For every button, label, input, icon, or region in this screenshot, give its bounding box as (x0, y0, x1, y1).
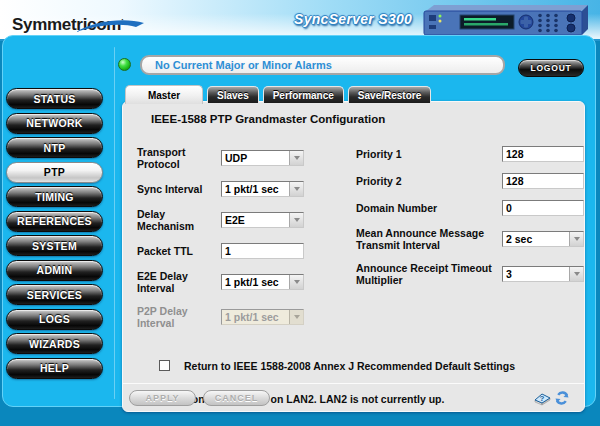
field-label: Domain Number (356, 202, 502, 214)
sidebar-item-wizards[interactable]: WIZARDS (6, 333, 103, 354)
form-column-left: Transport Protocol UDP Sync Interval 1 p… (137, 146, 320, 341)
field-priority-1: Priority 1 128 (356, 146, 584, 162)
field-value: 1 pkt/1 sec (222, 310, 289, 324)
field-value: 1 pkt/1 sec (222, 275, 289, 289)
svg-text:?: ? (540, 394, 545, 403)
dropdown-arrow-icon[interactable] (289, 151, 303, 165)
annex-j-default-checkbox[interactable] (159, 360, 170, 371)
annex-j-default-row: Return to IEEE 1588-2008 Annex J Recomme… (159, 360, 584, 372)
field-packet-ttl: Packet TTL 1 (137, 243, 320, 259)
footer-icons: ? (534, 390, 570, 406)
field-label: E2E Delay Interval (137, 270, 221, 294)
field-value: 2 sec (503, 232, 569, 246)
field-announce-receipt-timeout-multiplier: Announce Receipt Timeout Multiplier 3 (356, 262, 584, 286)
page-title: IEEE-1588 PTP Grandmaster Configuration (151, 113, 584, 125)
field-p2p-delay-interval: P2P Delay Interval 1 pkt/1 sec (137, 305, 320, 329)
sidebar-item-admin[interactable]: ADMIN (6, 260, 103, 281)
dropdown-arrow-icon[interactable] (289, 182, 303, 196)
field-label: Transport Protocol (137, 146, 221, 170)
field-transport-protocol: Transport Protocol UDP (137, 146, 320, 170)
sidebar-item-ntp[interactable]: NTP (6, 137, 103, 158)
field-control[interactable]: 1 pkt/1 sec (221, 274, 304, 290)
field-value: 1 pkt/1 sec (222, 182, 289, 196)
field-value: 128 (503, 147, 583, 161)
device-image (422, 2, 590, 37)
logout-button[interactable]: LOGOUT (518, 59, 584, 77)
sidebar-item-references[interactable]: REFERENCES (6, 211, 103, 232)
apply-button[interactable]: APPLY (129, 390, 196, 406)
field-control[interactable]: E2E (221, 212, 304, 228)
sidebar-item-status[interactable]: STATUS (6, 88, 103, 109)
refresh-icon[interactable] (554, 390, 570, 406)
field-label: Delay Mechanism (137, 208, 221, 232)
sidebar-item-network[interactable]: NETWORK (6, 113, 103, 134)
field-control[interactable]: 1 pkt/1 sec (221, 309, 304, 325)
alarm-status-led (118, 58, 131, 71)
field-control[interactable]: 3 (502, 266, 584, 282)
sidebar-nav: STATUS NETWORK NTP PTP TIMING REFERENCES (6, 88, 106, 382)
tab-bar: Master Slaves Performance Save/Restore (125, 85, 431, 104)
field-sync-interval: Sync Interval 1 pkt/1 sec (137, 181, 320, 197)
field-domain-number: Domain Number 0 (356, 200, 584, 216)
dropdown-arrow-icon[interactable] (289, 213, 303, 227)
form-column-right: Priority 1 128 Priority 2 128 (356, 146, 584, 341)
field-label: Announce Receipt Timeout Multiplier (356, 262, 502, 286)
sidebar-divider (114, 47, 115, 399)
sidebar-item-help[interactable]: HELP (6, 358, 103, 379)
alarm-text: No Current Major or Minor Alarms (155, 59, 332, 71)
field-control[interactable]: 128 (502, 146, 584, 162)
sidebar-item-ptp[interactable]: PTP (6, 162, 103, 183)
field-value: 3 (503, 267, 569, 281)
dropdown-arrow-icon[interactable] (289, 275, 303, 289)
field-value: 1 (222, 244, 303, 258)
field-label: P2P Delay Interval (137, 305, 221, 329)
field-control[interactable]: UDP (221, 150, 304, 166)
content-panel: IEEE-1588 PTP Grandmaster Configuration … (122, 101, 585, 412)
logo-swoosh-icon (76, 18, 148, 33)
tab-master[interactable]: Master (125, 85, 203, 104)
field-mean-announce-transmit-interval: Mean Announce Message Transmit Interval … (356, 227, 584, 251)
field-label: Mean Announce Message Transmit Interval (356, 227, 502, 251)
dropdown-arrow-icon[interactable] (289, 310, 303, 324)
field-value: E2E (222, 213, 289, 227)
sidebar-item-logs[interactable]: LOGS (6, 309, 103, 330)
cancel-button[interactable]: CANCEL (203, 390, 270, 406)
field-value: 128 (503, 174, 583, 188)
field-control[interactable]: 1 pkt/1 sec (221, 181, 304, 197)
field-priority-2: Priority 2 128 (356, 173, 584, 189)
field-control[interactable]: 2 sec (502, 231, 584, 247)
tab-save-restore[interactable]: Save/Restore (348, 86, 431, 103)
field-control[interactable]: 1 (221, 243, 304, 259)
panel-footer: APPLY CANCEL ? (123, 383, 584, 411)
dropdown-arrow-icon[interactable] (569, 267, 583, 281)
help-icon[interactable]: ? (534, 390, 551, 406)
field-label: Priority 2 (356, 175, 502, 187)
dropdown-arrow-icon[interactable] (569, 232, 583, 246)
syncserver-web-ui: Symmetricom· SyncServer S300 (0, 0, 600, 426)
field-control[interactable]: 128 (502, 173, 584, 189)
tab-slaves[interactable]: Slaves (207, 86, 259, 103)
field-label: Packet TTL (137, 245, 221, 257)
field-value: UDP (222, 151, 289, 165)
alarm-status-message: No Current Major or Minor Alarms (140, 55, 505, 75)
ptp-config-form: Transport Protocol UDP Sync Interval 1 p… (137, 146, 584, 341)
annex-j-default-label: Return to IEEE 1588-2008 Annex J Recomme… (184, 360, 515, 372)
field-control[interactable]: 0 (502, 200, 584, 216)
field-label: Sync Interval (137, 183, 221, 195)
tab-performance[interactable]: Performance (263, 86, 344, 103)
sidebar-item-services[interactable]: SERVICES (6, 284, 103, 305)
sidebar-item-timing[interactable]: TIMING (6, 186, 103, 207)
brand-logo: Symmetricom· (12, 15, 124, 35)
field-delay-mechanism: Delay Mechanism E2E (137, 208, 320, 232)
field-label: Priority 1 (356, 148, 502, 160)
field-e2e-delay-interval: E2E Delay Interval 1 pkt/1 sec (137, 270, 320, 294)
field-value: 0 (503, 201, 583, 215)
product-name: SyncServer S300 (294, 11, 412, 27)
sidebar-item-system[interactable]: SYSTEM (6, 235, 103, 256)
